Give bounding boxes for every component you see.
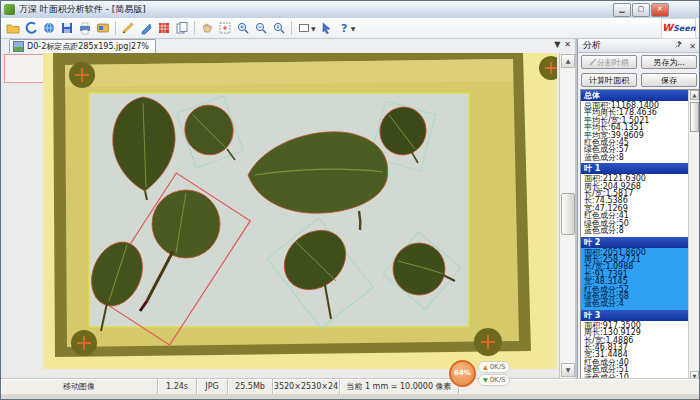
app-icon [4, 4, 15, 15]
save-button[interactable]: 保存 [641, 73, 697, 87]
delete-grid-icon[interactable] [155, 19, 173, 37]
section-header[interactable]: 总体 [581, 90, 698, 101]
status-bar: 移动图像 1.24s JPG 25.5Mb 3520×2530×24 当前 1 … [1, 378, 700, 395]
document-tab-strip: D0-2标定点距285x195.jpg|27% ▼ ✕ [1, 39, 575, 54]
pointer-icon[interactable] [317, 19, 335, 37]
status-dimensions: 3520×2530×24 [273, 379, 340, 395]
calibration-marker-bottom-left [71, 330, 97, 356]
calc-leaf-area-button[interactable]: 计算叶面积 [581, 73, 637, 87]
scrollbar-thumb[interactable] [561, 193, 575, 235]
split-petiole-button[interactable]: 分割叶柄 [581, 55, 637, 69]
minimize-button[interactable]: ▁ [613, 3, 631, 17]
status-filesize: 25.5Mb [228, 379, 273, 395]
camera-connect-icon[interactable] [22, 19, 40, 37]
window-bottom-frame [1, 394, 700, 400]
panel-header: 分析 ✕ [578, 39, 700, 53]
scroll-up-icon[interactable]: ▲ [561, 54, 575, 68]
scroll-down-icon[interactable]: ▼ [561, 363, 575, 377]
stat-row: 蓝色成分:8 [584, 154, 698, 161]
calibration-marker-top-left [69, 62, 95, 88]
tab-close-icon[interactable]: ✕ [564, 40, 571, 49]
maximize-button[interactable]: ▢ [632, 3, 650, 17]
toolbar-separator [115, 21, 116, 35]
section-header[interactable]: 叶 2 [581, 237, 698, 248]
canvas-vertical-scrollbar[interactable]: ▲ ▼ [559, 53, 575, 378]
upload-arrow-icon: ▲ [483, 362, 488, 372]
pin-icon[interactable] [674, 40, 683, 53]
roi-rectangle[interactable] [4, 54, 45, 83]
title-bar: 万深 叶面积分析软件 - [简易版] ▁ ▢ ✕ [1, 1, 700, 19]
pan-hand-icon[interactable] [198, 19, 216, 37]
section-body: 面积:917.3500周长:130.9129长/宽:1.4886长:46.813… [581, 321, 698, 382]
analysis-panel: 分析 ✕ 分割叶柄 另存为... 计算叶面积 保存 总体总面积:11168.14… [577, 39, 700, 378]
tab-list-dropdown-icon[interactable]: ▼ [554, 40, 560, 49]
print-icon[interactable] [76, 19, 94, 37]
rect-select-dropdown-icon[interactable]: ▼ [311, 25, 316, 32]
status-scale: 当前 1 mm = 10.0000 像素 [340, 379, 459, 395]
document-tab[interactable]: D0-2标定点距285x195.jpg|27% [9, 39, 156, 53]
section-body: 总面积:11168.1400平均周长:178.4636平均长/宽:1.5021平… [581, 101, 698, 163]
zoom-actual-icon[interactable] [270, 19, 288, 37]
image-file-icon [13, 41, 24, 52]
save-as-button[interactable]: 另存为... [641, 55, 697, 69]
close-button[interactable]: ✕ [651, 3, 669, 17]
help-dropdown-icon[interactable]: ▼ [351, 25, 356, 32]
section-body: 面积:2121.6300周长:204.9268长/宽:1.5817长:74.53… [581, 174, 698, 236]
document-tab-label: D0-2标定点距285x195.jpg|27% [27, 41, 149, 52]
open-image-icon[interactable] [4, 19, 22, 37]
app-window: 万深 叶面积分析软件 - [简易版] ▁ ▢ ✕ ▼ ? ▼ WSeen [0, 0, 700, 400]
fit-view-icon[interactable] [216, 19, 234, 37]
section-body: 面积:2051.8600周长:258.2721长/宽:1.0988长:91.73… [581, 248, 698, 310]
section-header[interactable]: 叶 3 [581, 310, 698, 321]
main-toolbar: ▼ ? ▼ [1, 18, 700, 39]
pen-tool-icon[interactable] [137, 19, 155, 37]
usage-percent-badge[interactable]: 64% [449, 360, 476, 387]
toolbar-separator [194, 21, 195, 35]
zoom-in-icon[interactable] [234, 19, 252, 37]
scrollbar-thumb[interactable] [690, 102, 699, 132]
status-mode: 移动图像 [1, 379, 158, 395]
brand-logo-w: W [662, 22, 673, 33]
copy-icon[interactable] [173, 19, 191, 37]
list-scrollbar[interactable]: ▲ ▼ [688, 90, 700, 381]
section-header[interactable]: 叶 1 [581, 163, 698, 174]
calibration-marker-bottom-right [474, 328, 502, 356]
status-time: 1.24s [158, 379, 197, 395]
batch-card-icon[interactable] [94, 19, 112, 37]
stat-row: 蓝色成分:4 [584, 300, 698, 307]
stat-row: 蓝色成分:8 [584, 227, 698, 234]
panel-close-icon[interactable]: ✕ [689, 40, 696, 53]
save-icon[interactable] [58, 19, 76, 37]
download-arrow-icon: ▼ [483, 375, 488, 385]
upload-speed: 0K/S [490, 362, 506, 372]
leaf-photo[interactable] [43, 53, 557, 369]
brand-logo-text: Seen [673, 24, 695, 33]
window-title: 万深 叶面积分析软件 - [简易版] [19, 3, 146, 16]
panel-title: 分析 [583, 40, 601, 50]
scroll-up-icon[interactable]: ▲ [690, 90, 699, 100]
zoom-out-icon[interactable] [252, 19, 270, 37]
image-canvas[interactable]: ▲ ▼ [1, 53, 575, 378]
status-format: JPG [197, 379, 228, 395]
edit-pencil-icon[interactable] [119, 19, 137, 37]
brand-logo: WSeen [661, 18, 696, 39]
network-icon[interactable] [40, 19, 58, 37]
toolbar-separator [291, 21, 292, 35]
download-speed: 0K/S [490, 375, 506, 385]
leaf-stats-list[interactable]: 总体总面积:11168.1400平均周长:178.4636平均长/宽:1.502… [580, 89, 699, 382]
net-speed-widget[interactable]: 64% ▲0K/S ▼0K/S [449, 360, 510, 387]
svg-text:?: ? [341, 22, 347, 35]
